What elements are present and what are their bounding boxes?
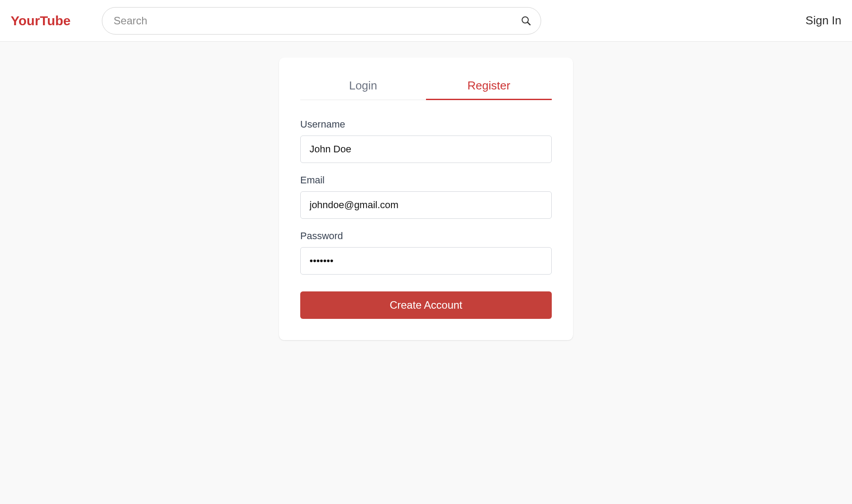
header: YourTube Sign In — [0, 0, 852, 42]
password-input[interactable] — [300, 247, 552, 275]
search-wrap — [102, 7, 541, 35]
email-input[interactable] — [300, 191, 552, 219]
password-label: Password — [300, 230, 552, 242]
password-field: Password — [300, 230, 552, 275]
auth-card: Login Register Username Email Password C… — [279, 58, 573, 340]
email-field: Email — [300, 174, 552, 219]
username-input[interactable] — [300, 136, 552, 163]
auth-tabs: Login Register — [300, 79, 552, 100]
username-label: Username — [300, 119, 552, 130]
create-account-button[interactable]: Create Account — [300, 291, 552, 319]
email-label: Email — [300, 174, 552, 186]
signin-link[interactable]: Sign In — [766, 14, 841, 27]
main: Login Register Username Email Password C… — [0, 42, 852, 340]
tab-login[interactable]: Login — [300, 79, 426, 100]
search-input[interactable] — [102, 7, 541, 35]
username-field: Username — [300, 119, 552, 163]
tab-register[interactable]: Register — [426, 79, 552, 100]
logo[interactable]: YourTube — [11, 13, 71, 28]
